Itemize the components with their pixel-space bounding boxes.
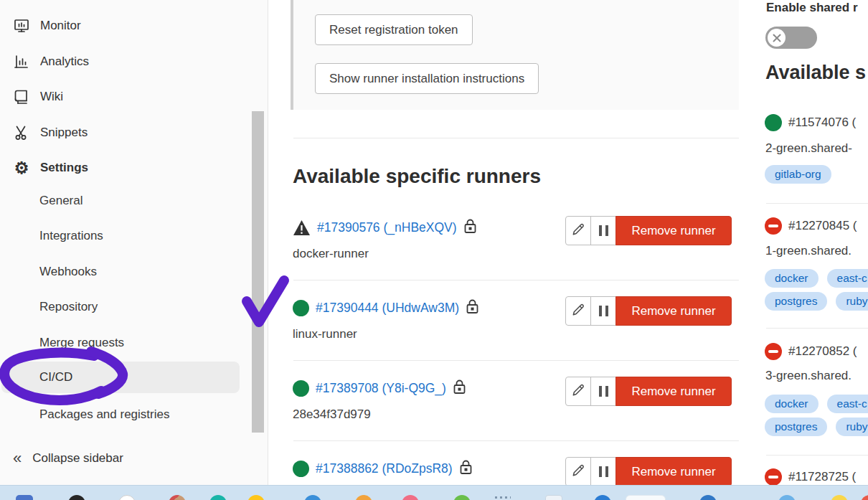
gear-icon: ⚙	[13, 159, 30, 177]
taskbar-app-icon[interactable]	[545, 495, 562, 500]
sidebar-item-packages-registries[interactable]: Packages and registries	[39, 407, 169, 425]
remove-runner-button[interactable]: Remove runner	[615, 216, 732, 245]
pause-icon	[599, 225, 608, 236]
runner-actions: Remove runner	[565, 216, 732, 245]
pause-icon	[599, 386, 608, 397]
row-divider	[766, 455, 868, 456]
edit-runner-button[interactable]	[565, 216, 591, 245]
shared-runner-id: #11574076 (	[788, 115, 856, 130]
taskbar-app-icon[interactable]	[453, 495, 471, 500]
runner-id-link[interactable]: #17390444 (UHdwAw3M)	[316, 301, 459, 316]
taskbar-app-icon[interactable]	[699, 495, 717, 500]
taskbar-avatar-icon[interactable]	[169, 495, 186, 500]
sidebar-item-repository[interactable]: Repository	[39, 300, 98, 317]
taskbar-app-icon[interactable]	[831, 495, 848, 500]
tag-badge: docker	[765, 395, 819, 413]
pause-runner-button[interactable]	[590, 296, 616, 326]
runner-actions: Remove runner	[565, 377, 732, 406]
available-specific-runners-heading: Available specific runners	[293, 165, 541, 188]
lock-icon	[466, 298, 479, 317]
shared-runners-toggle[interactable]	[765, 27, 817, 49]
sidebar-item-label: Analytics	[40, 55, 89, 69]
status-online-icon	[765, 114, 782, 131]
shared-runner-description: 1-green.shared.	[765, 244, 852, 258]
tag-badge: docker	[765, 269, 819, 288]
sidebar-item-general[interactable]: General	[39, 194, 82, 211]
taskbar-app-icon[interactable]	[594, 495, 611, 500]
runner-row: #17390576 (_nHBeXQV)	[293, 217, 477, 237]
sidebar-item-wiki[interactable]: Wiki	[13, 87, 63, 107]
tag-badge: postgres	[765, 418, 827, 436]
taskbar-app-icon[interactable]	[16, 495, 33, 500]
taskbar-app-icon[interactable]	[778, 495, 796, 500]
shared-runner-id: #11728725 (	[788, 470, 856, 484]
edit-runner-button[interactable]	[565, 296, 591, 326]
sidebar-item-label: CI/CD	[39, 362, 72, 393]
enable-shared-runners-label: Enable shared r	[766, 1, 858, 15]
remove-runner-button[interactable]: Remove runner	[615, 377, 732, 406]
pencil-icon	[571, 383, 585, 400]
taskbar-app-icon[interactable]	[402, 495, 419, 500]
sidebar-item-label: Wiki	[40, 90, 63, 104]
pause-runner-button[interactable]	[590, 457, 616, 486]
tag-badge: ruby	[836, 292, 868, 311]
shared-runner-row: #12270845 (	[765, 217, 857, 235]
shared-runner-row: #11574076 (	[765, 113, 856, 131]
sidebar-item-label: Settings	[40, 161, 88, 175]
tag-badge: gitlab-org	[765, 165, 831, 184]
taskbar-open-app-button[interactable]	[626, 495, 666, 500]
row-divider	[766, 203, 868, 204]
tag-badge: ruby	[836, 418, 868, 436]
runner-actions: Remove runner	[565, 296, 732, 326]
taskbar-app-icon[interactable]	[247, 495, 265, 500]
shared-runner-row: #12270852 (	[765, 342, 857, 360]
tag-badge: east-c	[827, 269, 868, 288]
show-runner-installation-instructions-button[interactable]: Show runner installation instructions	[315, 63, 539, 94]
remove-runner-button[interactable]: Remove runner	[615, 457, 732, 486]
shared-runner-id: #12270845 (	[788, 219, 857, 233]
sidebar-item-webhooks[interactable]: Webhooks	[39, 265, 97, 282]
shared-runner-tags: docker east-c	[765, 395, 868, 413]
shared-runner-description: 2-green.shared-	[765, 141, 852, 156]
taskbar-app-icon[interactable]	[68, 495, 85, 500]
runner-name: 28e34f37d979	[293, 407, 371, 422]
collapse-sidebar-button[interactable]: « Collapse sidebar	[13, 451, 123, 466]
runner-id-link[interactable]: #17389708 (Y8i-Q9G_)	[316, 381, 446, 396]
runner-actions: Remove runner	[565, 457, 732, 486]
pencil-icon	[571, 222, 585, 240]
row-divider	[293, 360, 739, 361]
pencil-icon	[571, 463, 585, 481]
runner-id-link[interactable]: #17390576 (_nHBeXQV)	[317, 220, 457, 235]
lock-icon	[453, 379, 466, 397]
sidebar-item-integrations[interactable]: Integrations	[39, 229, 103, 246]
runner-row: #17388862 (RDoZpsR8)	[293, 458, 473, 478]
pause-runner-button[interactable]	[590, 216, 616, 245]
remove-runner-button[interactable]: Remove runner	[615, 296, 732, 326]
status-online-icon	[293, 300, 309, 316]
taskbar-app-icon[interactable]	[861, 495, 868, 500]
edit-runner-button[interactable]	[565, 457, 591, 486]
shared-runner-tags: gitlab-org	[765, 165, 831, 184]
sidebar-item-monitor[interactable]: Monitor	[13, 16, 81, 36]
edit-runner-button[interactable]	[565, 377, 591, 406]
taskbar-app-icon[interactable]	[118, 495, 136, 500]
sidebar-item-analytics[interactable]: Analytics	[13, 52, 89, 72]
runner-id-link[interactable]: #17388862 (RDoZpsR8)	[316, 461, 453, 476]
available-shared-runners-heading: Available s	[765, 62, 866, 84]
taskbar-app-icon[interactable]	[355, 495, 372, 500]
taskbar-app-icon[interactable]	[304, 495, 321, 500]
pause-icon	[599, 466, 608, 477]
sidebar-item-merge-requests[interactable]: Merge requests	[39, 336, 124, 353]
sidebar-scrollbar-thumb[interactable]	[252, 111, 264, 433]
section-divider	[293, 138, 739, 138]
sidebar-item-cicd-active[interactable]: CI/CD	[1, 362, 240, 393]
warning-icon	[293, 220, 311, 236]
reset-registration-token-button[interactable]: Reset registration token	[315, 14, 473, 45]
pause-icon	[599, 306, 608, 316]
sidebar-item-snippets[interactable]: Snippets	[13, 123, 88, 143]
pause-runner-button[interactable]	[590, 377, 616, 406]
taskbar-app-icon[interactable]	[209, 495, 227, 500]
shared-runner-tags: docker east-c	[765, 269, 868, 288]
sidebar-item-settings[interactable]: ⚙ Settings	[13, 158, 88, 178]
taskbar-grid-icon[interactable]	[494, 495, 511, 500]
